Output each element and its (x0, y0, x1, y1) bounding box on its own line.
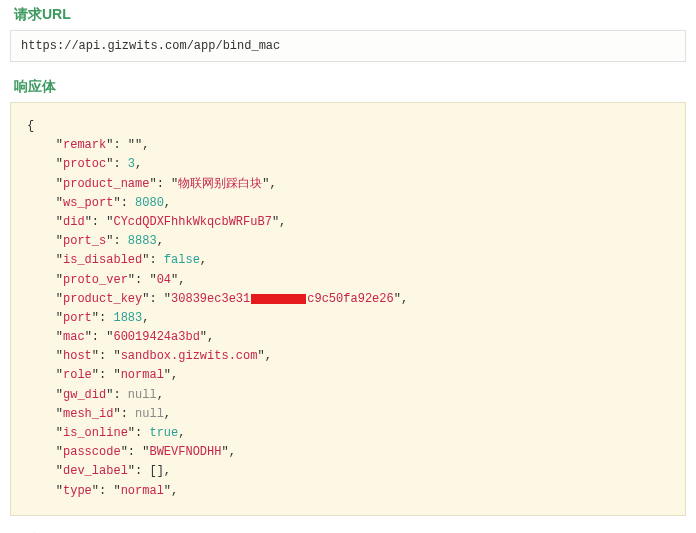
response-body-json: { "remark": "", "protoc": 3, "product_na… (10, 102, 686, 516)
request-url-value: https://api.gizwits.com/app/bind_mac (10, 30, 686, 62)
request-url-title: 请求URL (0, 0, 696, 30)
response-body-title: 响应体 (0, 72, 696, 102)
response-code-title: 响应码 (0, 526, 696, 533)
